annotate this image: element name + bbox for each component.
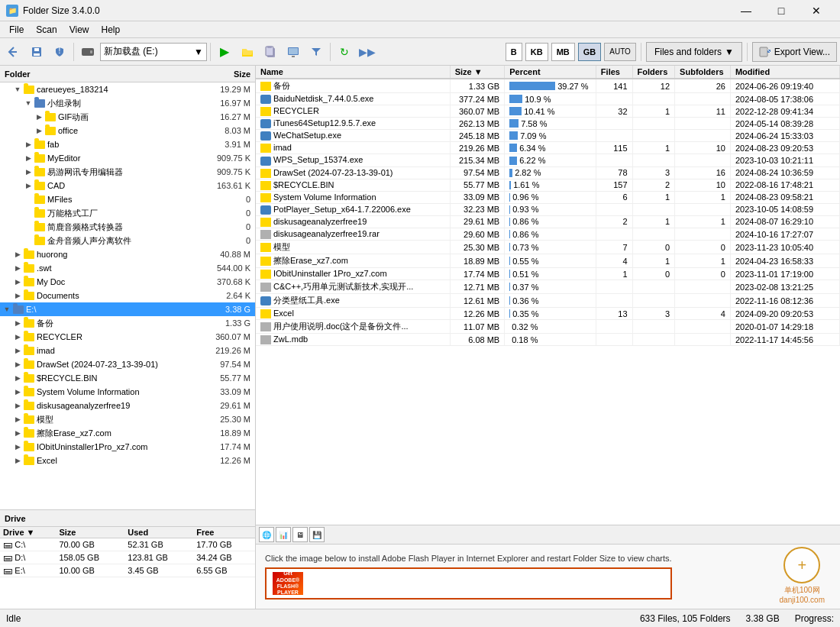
tree-item[interactable]: ▶模型25.30 M [0, 412, 255, 426]
expand-icon[interactable]: ▶ [12, 264, 23, 272]
tree-item[interactable]: ▼careueyes_18321419.29 M [0, 82, 255, 96]
expand-icon[interactable]: ▶ [34, 113, 44, 121]
size-column-header[interactable]: Size [234, 69, 250, 79]
tree-item[interactable]: ▶Documents2.64 K [0, 289, 255, 302]
expand-icon[interactable]: ▼ [23, 99, 34, 107]
col-files[interactable]: Files [596, 66, 632, 79]
files-folders-button[interactable]: Files and folders ▼ [646, 42, 742, 62]
auto-button[interactable]: AUTO [604, 43, 636, 61]
table-row[interactable]: System Volume Information33.09 MB0.96 %6… [256, 191, 840, 203]
col-subfolders[interactable]: Subfolders [675, 66, 731, 79]
tree-item[interactable]: ▶CAD163.61 K [0, 179, 255, 192]
tree-item[interactable]: ▶擦除Erase_xz7.com18.89 M [0, 426, 255, 440]
table-row[interactable]: BaiduNetdisk_7.44.0.5.exe377.24 MB10.9 %… [256, 93, 840, 105]
tree-item[interactable]: ▶易游网讯专用编辑器909.75 K [0, 165, 255, 179]
export-button[interactable]: Export View... [752, 42, 837, 62]
table-row[interactable]: iTunes64Setup12.9.5.7.exe262.13 MB7.58 %… [256, 118, 840, 130]
minimize-button[interactable]: — [729, 0, 764, 21]
expand-icon[interactable]: ▶ [12, 457, 23, 464]
expand-icon[interactable]: ▶ [12, 292, 23, 299]
tree-item[interactable]: ▼E:\3.38 G [0, 302, 255, 316]
expand-icon[interactable]: ▶ [12, 374, 23, 382]
clipboard-button[interactable] [260, 41, 281, 63]
col-percent[interactable]: Percent [505, 66, 596, 79]
maximize-button[interactable]: □ [764, 0, 799, 21]
table-row[interactable]: 擦除Erase_xz7.com18.89 MB0.55 %4112024-04-… [256, 254, 840, 268]
table-row[interactable]: PotPlayer_Setup_x64-1.7.22006.exe32.23 M… [256, 203, 840, 215]
table-row[interactable]: IObitUninstaller 1Pro_xz7.com17.74 MB0.5… [256, 268, 840, 280]
expand-icon[interactable]: ▶ [12, 347, 23, 354]
table-row[interactable]: diskusageanalyzerfree19.rar29.60 MB0.86 … [256, 228, 840, 241]
table-row[interactable]: 备份1.33 GB39.27 %14112262024-06-26 09:19:… [256, 79, 840, 93]
drive-col-drive[interactable]: Drive ▼ [0, 527, 56, 538]
tree-item[interactable]: 简鹿音频格式转换器0 [0, 220, 255, 234]
tree-item[interactable]: ▶huorong40.88 M [0, 247, 255, 261]
chart-tab-2[interactable]: 📊 [276, 527, 291, 542]
expand-icon[interactable]: ▼ [2, 305, 12, 313]
forward-button[interactable]: ▶▶ [357, 41, 378, 63]
tree-item[interactable]: ▶RECYCLER360.07 M [0, 330, 255, 344]
folder-tree[interactable]: ▼careueyes_18321419.29 M▼小组录制16.97 M▶GIF… [0, 82, 255, 509]
col-folders[interactable]: Folders [632, 66, 675, 79]
expand-icon[interactable]: ▶ [12, 388, 23, 396]
filter-button[interactable] [305, 41, 327, 63]
tree-item[interactable]: ▶imad219.26 M [0, 344, 255, 357]
tree-item[interactable]: ▶office8.03 M [0, 124, 255, 137]
tree-item[interactable]: ▶Excel12.26 M [0, 454, 255, 467]
col-modified[interactable]: Modified [730, 66, 839, 79]
expand-icon[interactable]: ▶ [12, 415, 23, 423]
drive-col-size[interactable]: Size [56, 527, 124, 538]
table-row[interactable]: WPS_Setup_15374.exe215.34 MB6.22 %2023-1… [256, 154, 840, 166]
table-row[interactable]: WeChatSetup.exe245.18 MB7.09 %2024-06-24… [256, 130, 840, 142]
expand-icon[interactable]: ▶ [23, 182, 34, 189]
menu-view[interactable]: View [63, 21, 95, 37]
play-button[interactable]: ▶ [214, 41, 235, 63]
expand-icon[interactable]: ▶ [12, 402, 23, 409]
table-row[interactable]: C&C++,巧用单元测试新技术,实现开...12.71 MB0.37 %2023… [256, 280, 840, 294]
size-kb-button[interactable]: KB [525, 43, 548, 61]
col-size[interactable]: Size ▼ [450, 66, 504, 79]
tree-item[interactable]: ▶System Volume Information33.09 M [0, 385, 255, 399]
drive-col-free[interactable]: Free [193, 527, 255, 538]
table-row[interactable]: RECYCLER360.07 MB10.41 %321112022-12-28 … [256, 105, 840, 118]
folder-column-header[interactable]: Folder [5, 69, 31, 79]
drive-row[interactable]: 🖴 E:\10.00 GB3.45 GB6.55 GB [0, 564, 255, 577]
size-gb-button[interactable]: GB [578, 43, 602, 61]
tree-item[interactable]: ▶IObitUninstaller1Pro_xz7.com17.74 M [0, 440, 255, 454]
expand-icon[interactable]: ▼ [12, 86, 23, 93]
table-row[interactable]: diskusageanalyzerfree1929.61 MB0.86 %211… [256, 215, 840, 228]
address-combo[interactable]: 新加载盘 (E:) ▼ [100, 43, 207, 61]
expand-icon[interactable]: ▶ [23, 168, 34, 176]
tree-item[interactable]: ▶备份1.33 G [0, 316, 255, 330]
tree-item[interactable]: ▶DrawSet (2024-07-23_13-39-01)97.54 M [0, 357, 255, 371]
chart-tab-1[interactable]: 🌐 [259, 527, 274, 542]
expand-icon[interactable]: ▶ [12, 360, 23, 368]
expand-icon[interactable]: ▶ [12, 278, 23, 286]
table-row[interactable]: imad219.26 MB6.34 %1151102024-08-23 09:2… [256, 142, 840, 154]
tree-item[interactable]: ▶fab3.91 M [0, 137, 255, 151]
table-row[interactable]: Excel12.26 MB0.35 %13342024-09-20 09:20:… [256, 308, 840, 320]
table-row[interactable]: 用户使用说明.doc(这个是备份文件...11.07 MB0.32 %2020-… [256, 320, 840, 334]
menu-file[interactable]: File [3, 21, 30, 37]
table-row[interactable]: $RECYCLE.BIN55.77 MB1.61 %1572102022-08-… [256, 179, 840, 191]
close-button[interactable]: ✕ [799, 0, 834, 21]
shield-button[interactable]: ! [49, 41, 70, 63]
tree-item[interactable]: ▼小组录制16.97 M [0, 96, 255, 110]
monitor-button[interactable] [283, 41, 304, 63]
tree-item[interactable]: 万能格式工厂0 [0, 206, 255, 220]
tree-item[interactable]: MFiles0 [0, 192, 255, 206]
tree-item[interactable]: ▶MyEditor909.75 K [0, 151, 255, 165]
expand-icon[interactable]: ▶ [23, 141, 34, 148]
expand-icon[interactable]: ▶ [12, 429, 23, 437]
chart-tab-3[interactable]: 🖥 [292, 527, 308, 542]
expand-icon[interactable]: ▶ [12, 443, 23, 451]
table-row[interactable]: 模型25.30 MB0.73 %7002023-11-23 10:05:40 [256, 241, 840, 254]
expand-icon[interactable]: ▶ [23, 154, 34, 162]
col-name[interactable]: Name [256, 66, 450, 79]
drive-row[interactable]: 🖴 D:\158.05 GB123.81 GB34.24 GB [0, 551, 255, 564]
tree-item[interactable]: ▶$RECYCLE.BIN55.77 M [0, 371, 255, 385]
tree-item[interactable]: ▶.swt544.00 K [0, 261, 255, 275]
expand-icon[interactable]: ▶ [34, 127, 44, 134]
tree-item[interactable]: 金舟音频人声分离软件0 [0, 234, 255, 247]
file-list-container[interactable]: Name Size ▼ Percent Files Folders Subfol… [256, 66, 840, 525]
